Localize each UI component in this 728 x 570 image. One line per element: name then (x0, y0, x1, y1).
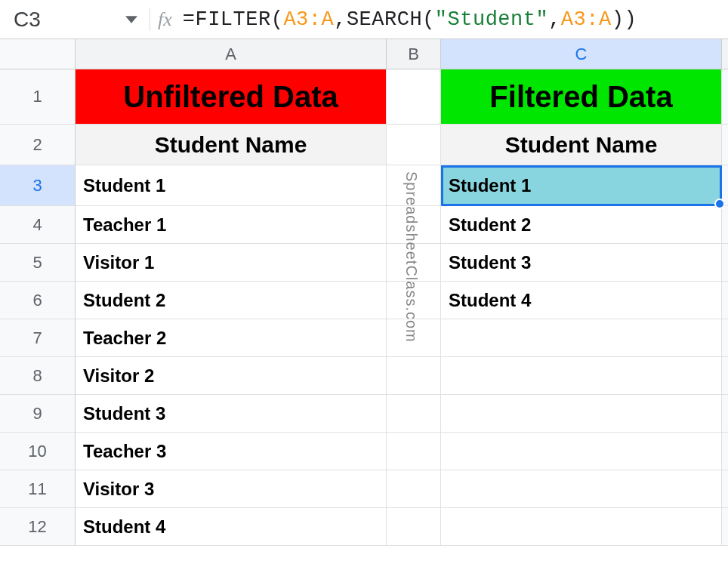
formula-fn-search: SEARCH (347, 8, 422, 31)
row-header-11[interactable]: 11 (0, 470, 76, 508)
row-header-8[interactable]: 8 (0, 357, 76, 395)
cell-C4[interactable]: Student 2 (441, 206, 722, 244)
cell-C11[interactable] (441, 470, 722, 508)
gutter (722, 206, 728, 244)
cell-B10[interactable] (387, 433, 441, 470)
cell-A12[interactable]: Student 4 (76, 508, 387, 546)
cell-A11[interactable]: Visitor 3 (76, 470, 387, 508)
gutter (722, 165, 728, 206)
gutter (722, 357, 728, 395)
cell-A4[interactable]: Teacher 1 (76, 206, 387, 244)
formula-paren: ( (422, 8, 435, 31)
row-header-7[interactable]: 7 (0, 319, 76, 357)
row-header-3[interactable]: 3 (0, 165, 76, 206)
formula-comma: , (334, 8, 347, 31)
gutter (722, 395, 728, 433)
cell-A6[interactable]: Student 2 (76, 282, 387, 319)
gutter (722, 125, 728, 165)
formula-fn-filter: FILTER (195, 8, 270, 31)
formula-input[interactable]: =FILTER(A3:A,SEARCH("Student",A3:A)) (183, 8, 637, 31)
cell-C8[interactable] (441, 357, 722, 395)
gutter (722, 319, 728, 357)
formula-paren: ) (624, 8, 637, 31)
row-header-2[interactable]: 2 (0, 125, 76, 165)
row-header-5[interactable]: 5 (0, 244, 76, 282)
row-header-6[interactable]: 6 (0, 282, 76, 319)
formula-paren: ) (612, 8, 625, 31)
cell-C12[interactable] (441, 508, 722, 546)
row-header-1[interactable]: 1 (0, 69, 76, 125)
formula-range: A3:A (561, 8, 612, 31)
cell-B8[interactable] (387, 357, 441, 395)
column-header-A[interactable]: A (76, 39, 387, 69)
cell-A1[interactable]: Unfiltered Data (76, 69, 387, 125)
cell-A9[interactable]: Student 3 (76, 395, 387, 433)
cell-C7[interactable] (441, 319, 722, 357)
formula-range: A3:A (283, 8, 334, 31)
column-header-B[interactable]: B (387, 39, 441, 69)
cell-B9[interactable] (387, 395, 441, 433)
name-box[interactable]: C3 (0, 8, 113, 32)
cell-B2[interactable] (387, 125, 441, 165)
gutter (722, 470, 728, 508)
watermark: SpreadsheetClass.com (403, 171, 420, 343)
cell-A10[interactable]: Teacher 3 (76, 433, 387, 470)
row-header-9[interactable]: 9 (0, 395, 76, 433)
formula-string: "Student" (435, 8, 548, 31)
row-header-12[interactable]: 12 (0, 508, 76, 546)
cell-A3[interactable]: Student 1 (76, 165, 387, 206)
gutter (722, 244, 728, 282)
cell-C1[interactable]: Filtered Data (441, 69, 722, 125)
column-gutter (722, 39, 728, 69)
cell-A5[interactable]: Visitor 1 (76, 244, 387, 282)
gutter (722, 433, 728, 470)
cell-C3-value: Student 1 (449, 175, 531, 196)
cell-C3[interactable]: Student 1 (441, 165, 722, 206)
select-all-corner[interactable] (0, 39, 76, 69)
cell-C2[interactable]: Student Name (441, 125, 722, 165)
cell-C10[interactable] (441, 433, 722, 470)
gutter (722, 69, 728, 125)
gutter (722, 282, 728, 319)
row-header-4[interactable]: 4 (0, 206, 76, 244)
fx-icon: fx (150, 8, 183, 31)
cell-A2[interactable]: Student Name (76, 125, 387, 165)
name-box-dropdown-icon[interactable] (113, 14, 150, 26)
column-header-C[interactable]: C (441, 39, 722, 69)
cell-A8[interactable]: Visitor 2 (76, 357, 387, 395)
cell-B1[interactable] (387, 69, 441, 125)
cell-A7[interactable]: Teacher 2 (76, 319, 387, 357)
cell-B11[interactable] (387, 470, 441, 508)
formula-comma: , (548, 8, 561, 31)
cell-B12[interactable] (387, 508, 441, 546)
gutter (722, 508, 728, 546)
row-header-10[interactable]: 10 (0, 433, 76, 470)
cell-C9[interactable] (441, 395, 722, 433)
cell-C5[interactable]: Student 3 (441, 244, 722, 282)
formula-paren: ( (271, 8, 284, 31)
formula-bar: C3 fx =FILTER(A3:A,SEARCH("Student",A3:A… (0, 0, 728, 39)
formula-eq: = (183, 8, 196, 31)
cell-C6[interactable]: Student 4 (441, 282, 722, 319)
spreadsheet-grid: A B C 1 Unfiltered Data Filtered Data 2 … (0, 39, 728, 546)
